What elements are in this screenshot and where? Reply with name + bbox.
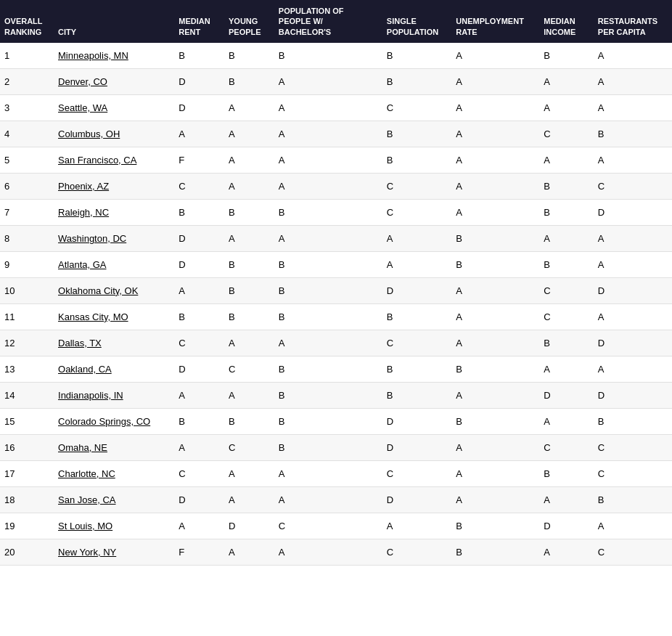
city-cell[interactable]: San Jose, CA xyxy=(54,486,174,513)
rank-cell: 18 xyxy=(0,486,54,513)
single-grade: B xyxy=(382,43,452,69)
city-cell[interactable]: Phoenix, AZ xyxy=(54,173,174,199)
city-link[interactable]: Dallas, TX xyxy=(58,338,102,348)
city-link[interactable]: Raleigh, NC xyxy=(58,207,109,218)
city-cell[interactable]: Minneapolis, MN xyxy=(54,43,174,69)
city-cell[interactable]: Denver, CO xyxy=(54,68,174,94)
unemployment-grade: A xyxy=(451,434,539,460)
city-cell[interactable]: San Francisco, CA xyxy=(54,147,174,173)
rank-cell: 9 xyxy=(0,251,54,277)
city-cell[interactable]: Charlotte, NC xyxy=(54,460,174,486)
city-link[interactable]: San Jose, CA xyxy=(58,494,116,505)
bachelors-grade: B xyxy=(274,199,382,225)
city-cell[interactable]: Oklahoma City, OK xyxy=(54,277,174,303)
restaurants-grade: D xyxy=(594,382,672,408)
young-grade: C xyxy=(224,356,274,382)
city-cell[interactable]: Kansas City, MO xyxy=(54,303,174,330)
rent-grade: D xyxy=(174,68,224,94)
table-row: 3Seattle, WADAACAAA xyxy=(0,94,672,121)
young-grade: A xyxy=(224,173,274,199)
city-cell[interactable]: Indianapolis, IN xyxy=(54,382,174,408)
city-cell[interactable]: Oakland, CA xyxy=(54,356,174,382)
unemployment-grade: B xyxy=(451,356,539,382)
table-row: 18San Jose, CADAADAAB xyxy=(0,486,672,513)
young-grade: B xyxy=(224,277,274,303)
unemployment-grade: A xyxy=(451,486,539,513)
young-grade: A xyxy=(224,147,274,173)
city-link[interactable]: San Francisco, CA xyxy=(58,155,136,166)
city-cell[interactable]: Atlanta, GA xyxy=(54,251,174,277)
city-link[interactable]: Denver, CO xyxy=(58,76,107,87)
city-link[interactable]: Oklahoma City, OK xyxy=(58,285,138,296)
young-grade: B xyxy=(224,199,274,225)
income-grade: A xyxy=(539,356,594,382)
young-grade: A xyxy=(224,225,274,251)
city-link[interactable]: New York, NY xyxy=(58,547,116,558)
city-link[interactable]: Phoenix, AZ xyxy=(58,181,109,192)
city-link[interactable]: Seattle, WA xyxy=(58,102,107,113)
city-link[interactable]: Oakland, CA xyxy=(58,364,112,375)
city-link[interactable]: Indianapolis, IN xyxy=(58,390,123,401)
city-cell[interactable]: Columbus, OH xyxy=(54,121,174,147)
single-grade: D xyxy=(382,434,452,460)
income-grade: C xyxy=(539,303,594,330)
income-grade: C xyxy=(539,277,594,303)
unemployment-grade: A xyxy=(451,147,539,173)
city-cell[interactable]: New York, NY xyxy=(54,539,174,565)
rank-cell: 16 xyxy=(0,434,54,460)
unemployment-grade: B xyxy=(451,251,539,277)
bachelors-grade: B xyxy=(274,382,382,408)
header-bachelors: POPULATION OF PEOPLE W/ BACHELOR'S xyxy=(274,0,382,43)
bachelors-grade: A xyxy=(274,94,382,121)
income-grade: C xyxy=(539,434,594,460)
city-link[interactable]: Atlanta, GA xyxy=(58,259,106,270)
single-grade: C xyxy=(382,330,452,356)
city-link[interactable]: Washington, DC xyxy=(58,233,126,244)
city-cell[interactable]: Washington, DC xyxy=(54,225,174,251)
header-median-income: MEDIAN INCOME xyxy=(539,0,594,43)
rank-cell: 12 xyxy=(0,330,54,356)
single-grade: B xyxy=(382,68,452,94)
young-grade: A xyxy=(224,486,274,513)
young-grade: A xyxy=(224,460,274,486)
rank-cell: 10 xyxy=(0,277,54,303)
city-link[interactable]: Kansas City, MO xyxy=(58,311,128,322)
income-grade: B xyxy=(539,173,594,199)
restaurants-grade: C xyxy=(594,173,672,199)
single-grade: A xyxy=(382,513,452,539)
city-cell[interactable]: Colorado Springs, CO xyxy=(54,408,174,434)
table-row: 16Omaha, NEACBDACC xyxy=(0,434,672,460)
city-link[interactable]: Columbus, OH xyxy=(58,129,120,139)
unemployment-grade: A xyxy=(451,43,539,69)
rent-grade: A xyxy=(174,382,224,408)
city-cell[interactable]: Omaha, NE xyxy=(54,434,174,460)
city-link[interactable]: Omaha, NE xyxy=(58,442,107,453)
city-cell[interactable]: St Louis, MO xyxy=(54,513,174,539)
table-row: 7Raleigh, NCBBBCABD xyxy=(0,199,672,225)
city-cell[interactable]: Raleigh, NC xyxy=(54,199,174,225)
income-grade: C xyxy=(539,121,594,147)
table-row: 9Atlanta, GADBBABBA xyxy=(0,251,672,277)
table-row: 8Washington, DCDAAABAA xyxy=(0,225,672,251)
city-link[interactable]: Charlotte, NC xyxy=(58,468,115,479)
young-grade: B xyxy=(224,43,274,69)
unemployment-grade: B xyxy=(451,225,539,251)
unemployment-grade: B xyxy=(451,539,539,565)
table-row: 5San Francisco, CAFAABAAA xyxy=(0,147,672,173)
young-grade: A xyxy=(224,330,274,356)
income-grade: A xyxy=(539,539,594,565)
bachelors-grade: C xyxy=(274,513,382,539)
young-grade: A xyxy=(224,382,274,408)
city-cell[interactable]: Dallas, TX xyxy=(54,330,174,356)
bachelors-grade: A xyxy=(274,68,382,94)
rent-grade: D xyxy=(174,486,224,513)
city-link[interactable]: St Louis, MO xyxy=(58,521,112,531)
single-grade: B xyxy=(382,356,452,382)
rank-cell: 5 xyxy=(0,147,54,173)
unemployment-grade: A xyxy=(451,382,539,408)
city-link[interactable]: Colorado Springs, CO xyxy=(58,416,150,427)
city-cell[interactable]: Seattle, WA xyxy=(54,94,174,121)
income-grade: A xyxy=(539,94,594,121)
rank-cell: 13 xyxy=(0,356,54,382)
city-link[interactable]: Minneapolis, MN xyxy=(58,50,128,61)
